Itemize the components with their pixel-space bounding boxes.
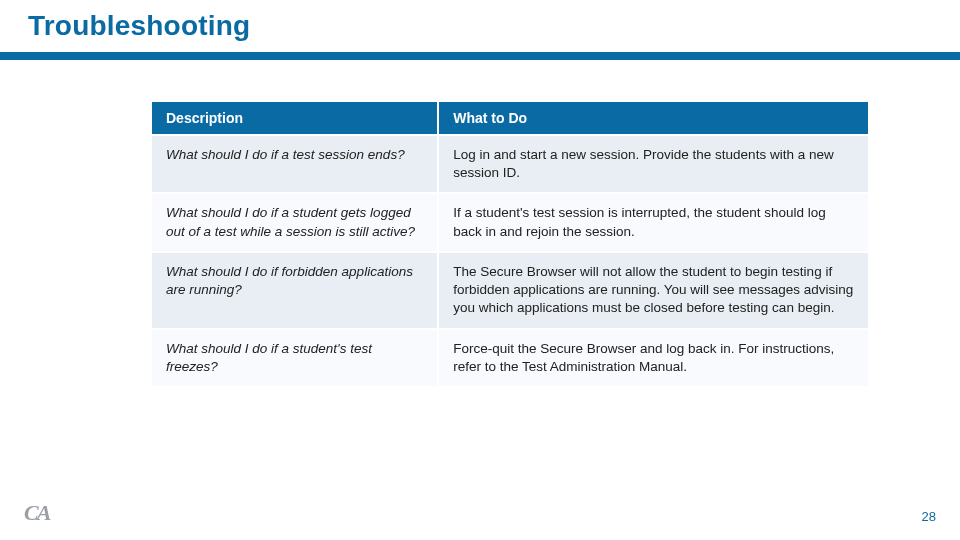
col-header-what-to-do: What to Do [438, 101, 869, 135]
table-row: What should I do if a student gets logge… [151, 193, 869, 251]
table-row: What should I do if a test session ends?… [151, 135, 869, 193]
footer-logo: CA [24, 500, 49, 526]
cell-what-to-do: The Secure Browser will not allow the st… [438, 252, 869, 329]
troubleshooting-table: Description What to Do What should I do … [150, 100, 870, 388]
title-bar: Troubleshooting [0, 0, 960, 60]
cell-description: What should I do if a test session ends? [151, 135, 438, 193]
cell-description: What should I do if forbidden applicatio… [151, 252, 438, 329]
col-header-description: Description [151, 101, 438, 135]
page-title: Troubleshooting [28, 10, 250, 42]
table-header-row: Description What to Do [151, 101, 869, 135]
content-area: Description What to Do What should I do … [0, 60, 960, 388]
cell-what-to-do: Force-quit the Secure Browser and log ba… [438, 329, 869, 387]
table-row: What should I do if a student's test fre… [151, 329, 869, 387]
cell-description: What should I do if a student's test fre… [151, 329, 438, 387]
page-number: 28 [922, 509, 936, 524]
cell-what-to-do: Log in and start a new session. Provide … [438, 135, 869, 193]
table-row: What should I do if forbidden applicatio… [151, 252, 869, 329]
cell-what-to-do: If a student's test session is interrupt… [438, 193, 869, 251]
cell-description: What should I do if a student gets logge… [151, 193, 438, 251]
